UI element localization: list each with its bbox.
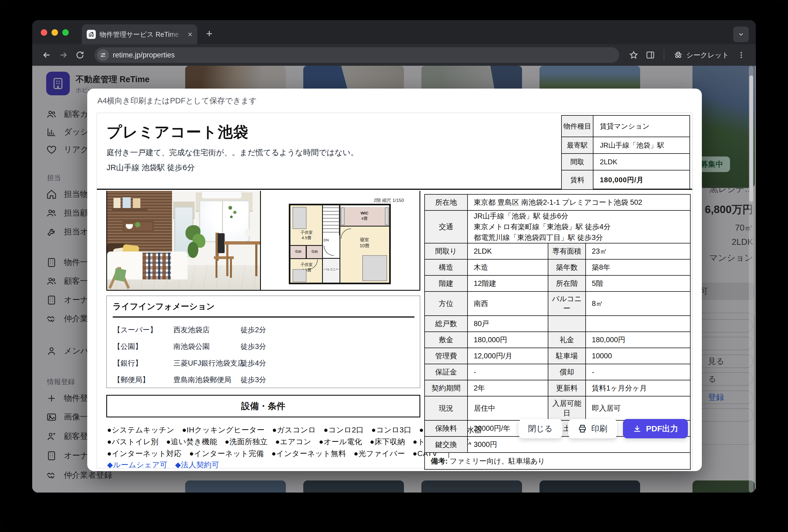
spec-label: 階建 [425, 275, 468, 292]
summary-label: 賃料 [562, 170, 593, 190]
url-bar[interactable]: retime.jp/properties [95, 47, 619, 63]
spec-label: 専有面積 [548, 243, 586, 259]
close-button[interactable]: 閉じる [518, 419, 562, 438]
summary-table: 物件種目 賃貸マンション 最寄駅 JR山手線「池袋」駅 間取 2LDK 賃料 [561, 115, 690, 190]
side-panel-icon[interactable] [643, 48, 657, 62]
tab-favicon-house-icon [87, 30, 96, 39]
spec-label: 間取り [425, 243, 468, 259]
spec-value: 12階建 [468, 275, 548, 292]
browser-titlebar: 物件管理サービス ReTime - ホビ × + [32, 20, 756, 44]
spec-label: バルコニー [548, 292, 586, 316]
remarks-cell: 備考: ファミリー向け、駐車場あり [425, 453, 690, 470]
remarks-label: 備考: [431, 457, 448, 465]
scrollbar[interactable] [749, 66, 754, 493]
spec-label: 所在階 [548, 275, 586, 292]
spec-value: 築8年 [586, 259, 690, 275]
spec-label: 礼金 [548, 332, 586, 348]
browser-tab[interactable]: 物件管理サービス ReTime - ホビ × [82, 24, 197, 44]
summary-label: 最寄駅 [562, 137, 593, 154]
life-walk: 徒歩3分 [240, 342, 266, 351]
minimize-window-button[interactable] [52, 29, 58, 36]
spec-value: 東京都 豊島区 南池袋2-1-1 プレミアコート池袋 502 [468, 194, 690, 211]
print-button-label: 印刷 [591, 423, 607, 434]
equipment-line: ●バストイレ別 ●追い焚き機能 ●洗面所独立 ●エアコン ●オール電化 ●床下収… [107, 437, 418, 447]
property-sheet: プレミアコート池袋 庭付き一戸建て、完成な住宅街が、。まだ慌てるような時間ではな… [97, 113, 692, 468]
property-station: JR山手線 池袋駅 徒歩6分 [106, 162, 195, 173]
spec-value: 80戸 [468, 316, 548, 332]
property-catchcopy: 庭付き一戸建て、完成な住宅街が、。まだ慌てるような時間ではない。 [106, 147, 358, 158]
spec-value: 5階 [586, 275, 690, 292]
summary-value: JR山手線「池袋」駅 [593, 137, 690, 154]
spec-label: 現況 [425, 396, 468, 420]
download-icon [633, 424, 642, 433]
summary-value: 2LDK [593, 154, 690, 170]
sheet-header: プレミアコート池袋 庭付き一戸建て、完成な住宅街が、。まだ慌てるような時間ではな… [97, 113, 692, 190]
spec-label: 方位 [425, 292, 468, 316]
life-category: 【スーパー】 [113, 325, 157, 335]
incognito-badge: シークレット [671, 50, 732, 60]
spec-value: 23㎡ [586, 243, 690, 259]
tab-close-icon[interactable]: × [188, 30, 193, 38]
life-name: 南池袋公園 [173, 342, 210, 351]
spec-label: 駐車場 [548, 348, 586, 364]
spec-label: 管理費 [425, 348, 468, 364]
spec-label: 入居可能日 [548, 396, 586, 420]
close-window-button[interactable] [41, 29, 47, 36]
life-information-rule [113, 316, 414, 317]
print-button[interactable]: 印刷 [568, 419, 617, 438]
spec-value: JR山手線「池袋」駅 徒歩6分東京メトロ有楽町線「東池袋」駅 徒歩4分都電荒川線… [468, 211, 690, 243]
site-controls-icon[interactable] [97, 49, 109, 61]
life-information: ライフインフォメーション 【スーパー】 西友池袋店 徒歩2分 【公園】 南池袋公… [106, 296, 420, 388]
spec-value: 南西 [468, 292, 548, 316]
spec-value: - [586, 364, 690, 380]
page-content: 不動産管理 ReTime ホビー 顧客カ ダッシ リアク 担当 担当物件 [32, 66, 756, 493]
spec-label: 構造 [425, 259, 468, 275]
summary-value: 賃貸マンション [593, 115, 690, 137]
spec-label: 築年数 [548, 259, 586, 275]
spec-value: 2LDK [468, 243, 548, 259]
spec-value: 3000円 [468, 436, 690, 453]
modal-actions: 閉じる 印刷 PDF出力 [518, 419, 688, 438]
equipment-conditions: ◆ルームシェア可 ◆法人契約可 [107, 460, 418, 470]
browser-window: 物件管理サービス ReTime - ホビ × + retime.jp/prope… [32, 20, 756, 493]
spec-value: 即入居可 [586, 396, 690, 420]
forward-icon[interactable] [56, 48, 70, 62]
spec-label: 償却 [548, 364, 586, 380]
incognito-icon [673, 50, 683, 60]
spec-value [586, 316, 690, 332]
reload-icon[interactable] [73, 48, 87, 62]
room-photo [107, 191, 260, 290]
print-hint-text: A4横向き印刷またはPDFとして保存できます [97, 96, 257, 106]
spec-value: 木造 [468, 259, 548, 275]
life-name: 三菱UFJ銀行池袋支店 [173, 358, 245, 368]
floorplan-drawing: 子供室 4.5畳 収納 収納 子供室 4.5畳 DN [289, 204, 391, 284]
spec-value: 180,000円 [586, 332, 690, 348]
pdf-button-label: PDF出力 [646, 423, 678, 434]
window-controls [41, 29, 69, 36]
bookmark-star-icon[interactable] [627, 48, 641, 62]
life-walk: 徒歩2分 [240, 325, 266, 335]
life-name: 豊島南池袋郵便局 [173, 375, 231, 385]
scrollbar-thumb[interactable] [749, 75, 753, 202]
equipment-title: 設備・条件 [106, 395, 420, 417]
spec-label: 保険料 [425, 420, 468, 436]
spec-value: 賃料1ヶ月分ヶ月 [586, 380, 690, 396]
incognito-label: シークレット [686, 51, 729, 60]
life-category: 【銀行】 [113, 358, 142, 368]
life-category: 【公園】 [113, 342, 142, 351]
spec-value: - [468, 364, 548, 380]
floorplan: 2階 縮尺 1/150 子供室 4.5畳 収納 収納 [261, 191, 419, 290]
spec-value: 居住中 [468, 396, 548, 420]
browser-toolbar: retime.jp/properties シークレット [32, 44, 756, 66]
media-box: 2階 縮尺 1/150 子供室 4.5畳 収納 収納 [106, 191, 420, 291]
print-preview-modal: A4横向き印刷またはPDFとして保存できます プレミアコート池袋 庭付き一戸建て… [87, 88, 702, 471]
back-icon[interactable] [40, 48, 54, 62]
spec-value: 180,000円 [468, 332, 548, 348]
pdf-export-button[interactable]: PDF出力 [623, 419, 688, 438]
new-tab-button[interactable]: + [206, 28, 212, 39]
browser-menu-icon[interactable] [734, 48, 748, 62]
summary-label: 間取 [562, 154, 593, 170]
fullscreen-window-button[interactable] [62, 29, 69, 36]
property-title: プレミアコート池袋 [106, 122, 249, 142]
tab-search-chevron-button[interactable] [733, 26, 749, 42]
